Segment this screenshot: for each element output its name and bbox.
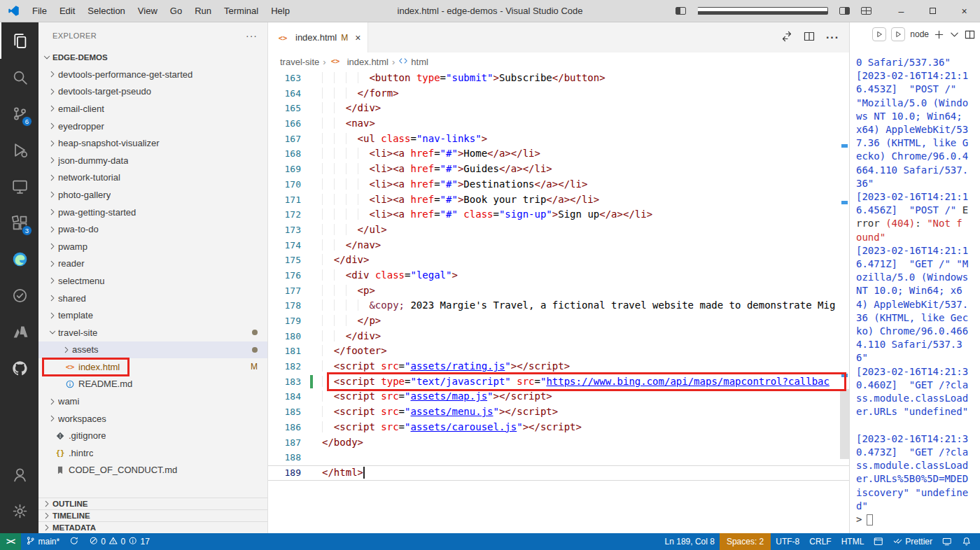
code-line-169[interactable]: 169 <li><a href="#">Guides</a></li>: [268, 162, 849, 177]
code-line-186[interactable]: 186 <script src="assets/carousel.js"></s…: [268, 420, 849, 435]
tree-item-shared[interactable]: shared: [38, 290, 267, 307]
line-number-171[interactable]: 171: [268, 192, 322, 208]
line-number-185[interactable]: 185: [268, 404, 322, 420]
tree-item-README.md[interactable]: README.md: [38, 376, 267, 393]
tab-index-html[interactable]: <> index.html M ×: [268, 22, 368, 52]
tree-item-wami[interactable]: wami: [38, 393, 267, 410]
tree-item-devtools-performance-get-started[interactable]: devtools-performance-get-started: [38, 66, 267, 83]
tab-close-icon[interactable]: ×: [355, 32, 360, 43]
tree-item-index.html[interactable]: <>index.htmlM: [38, 358, 267, 376]
line-number-187[interactable]: 187: [268, 435, 322, 451]
eol-status[interactable]: CRLF: [804, 533, 836, 550]
split-terminal-icon[interactable]: [965, 29, 975, 40]
branch-status[interactable]: main*: [21, 533, 64, 550]
menu-help[interactable]: Help: [265, 0, 296, 22]
outline-section[interactable]: OUTLINE: [38, 498, 267, 509]
line-number-168[interactable]: 168: [268, 146, 322, 162]
tree-item-json-dummy-data[interactable]: json-dummy-data: [38, 152, 267, 169]
indentation-status[interactable]: Spaces: 2: [720, 533, 771, 550]
line-number-180[interactable]: 180: [268, 329, 322, 344]
menu-run[interactable]: Run: [188, 0, 218, 22]
code-line-188[interactable]: 188: [268, 450, 849, 465]
menu-go[interactable]: Go: [164, 0, 188, 22]
launch-profile-icon[interactable]: [872, 27, 886, 41]
code-line-179[interactable]: 179 </p>: [268, 313, 849, 329]
code-line-171[interactable]: 171 <li><a href="#">Book your trip</a></…: [268, 192, 849, 208]
code-line-180[interactable]: 180 </div>: [268, 329, 849, 344]
line-number-176[interactable]: 176: [268, 268, 322, 283]
line-number-175[interactable]: 175: [268, 253, 322, 268]
code-line-185[interactable]: 185 <script src="assets/menu.js"></scrip…: [268, 404, 849, 420]
customize-layout-icon[interactable]: [861, 7, 872, 15]
line-number-167[interactable]: 167: [268, 132, 322, 147]
line-number-173[interactable]: 173: [268, 223, 322, 238]
line-number-177[interactable]: 177: [268, 283, 322, 299]
cursor-position-status[interactable]: Ln 189, Col 8: [660, 533, 720, 550]
split-editor-icon[interactable]: [804, 31, 815, 45]
azure-icon[interactable]: [0, 313, 38, 350]
code-line-178[interactable]: 178 &copy; 2023 Margie's Travel, a ficti…: [268, 298, 849, 313]
tree-item-eyedropper[interactable]: eyedropper: [38, 118, 267, 135]
breadcrumb-symbol[interactable]: html: [398, 56, 428, 68]
tree-item-template[interactable]: template: [38, 306, 267, 324]
source-control-icon[interactable]: 6: [0, 95, 38, 132]
line-number-169[interactable]: 169: [268, 162, 322, 177]
encoding-status[interactable]: UTF-8: [771, 533, 804, 550]
code-line-166[interactable]: 166 <nav>: [268, 116, 849, 132]
code-line-170[interactable]: 170 <li><a href="#">Destinations</a></li…: [268, 177, 849, 192]
line-number-183[interactable]: 183: [268, 374, 322, 390]
tree-item-.gitignore[interactable]: .gitignore: [38, 427, 267, 444]
tree-item-network-tutorial[interactable]: network-tutorial: [38, 169, 267, 187]
menu-selection[interactable]: Selection: [81, 0, 131, 22]
code-line-167[interactable]: 167 <ul class="nav-links">: [268, 132, 849, 147]
minimize-button[interactable]: –: [886, 0, 917, 22]
menu-edit[interactable]: Edit: [53, 0, 81, 22]
tree-item-pwamp[interactable]: pwamp: [38, 238, 267, 255]
code-line-173[interactable]: 173 </ul>: [268, 223, 849, 238]
screencast-icon[interactable]: [937, 533, 957, 550]
code-line-184[interactable]: 184 <script src="assets/map.js"></script…: [268, 389, 849, 404]
code-line-164[interactable]: 164 </form>: [268, 86, 849, 101]
maximize-button[interactable]: [917, 0, 948, 22]
terminal-tab-label[interactable]: node: [910, 29, 929, 39]
editor-more-actions-icon[interactable]: ···: [826, 31, 839, 44]
tree-item-pwa-getting-started[interactable]: pwa-getting-started: [38, 204, 267, 221]
explorer-icon[interactable]: [0, 22, 38, 59]
tree-item-email-client[interactable]: email-client: [38, 100, 267, 118]
line-number-189[interactable]: 189: [268, 465, 322, 481]
tree-item-workspaces[interactable]: workspaces: [38, 410, 267, 428]
line-number-178[interactable]: 178: [268, 298, 322, 313]
new-terminal-icon[interactable]: [934, 29, 944, 40]
terminal-output[interactable]: 0 Safari/537.36"[2023-02-16T14:21:16.453…: [850, 46, 980, 533]
language-mode-status[interactable]: HTML: [836, 533, 869, 550]
line-number-188[interactable]: 188: [268, 450, 322, 465]
tree-item-CODE_OF_CONDUCT.md[interactable]: CODE_OF_CONDUCT.md: [38, 462, 267, 479]
code-line-174[interactable]: 174 </nav>: [268, 238, 849, 253]
menu-terminal[interactable]: Terminal: [218, 0, 265, 22]
code-line-187[interactable]: 187</body>: [268, 435, 849, 451]
menu-file[interactable]: File: [26, 0, 53, 22]
code-line-181[interactable]: 181 </footer>: [268, 344, 849, 359]
code-line-168[interactable]: 168 <li><a href="#">Home</a></li>: [268, 146, 849, 162]
tree-item-.hintrc[interactable]: {}.hintrc: [38, 444, 267, 462]
line-number-184[interactable]: 184: [268, 389, 322, 404]
timeline-section[interactable]: TIMELINE: [38, 509, 267, 521]
tree-item-travel-site[interactable]: travel-site: [38, 324, 267, 341]
code-editor[interactable]: 163 <button type="submit">Subscribe</but…: [268, 71, 849, 533]
tree-item-heap-snapshot-visualizer[interactable]: heap-snapshot-visualizer: [38, 134, 267, 152]
tree-item-photo-gallery[interactable]: photo-gallery: [38, 186, 267, 204]
github-icon[interactable]: [0, 350, 38, 386]
code-line-163[interactable]: 163 <button type="submit">Subscribe</but…: [268, 71, 849, 86]
explorer-more-actions-icon[interactable]: ···: [246, 30, 258, 41]
run-and-debug-icon[interactable]: [0, 132, 38, 168]
sync-button[interactable]: [64, 533, 84, 550]
workspace-root-folder[interactable]: EDGE-DEMOS: [38, 49, 267, 66]
metadata-section[interactable]: METADATA: [38, 521, 267, 533]
formatter-status[interactable]: Prettier: [888, 533, 937, 550]
tree-item-reader[interactable]: reader: [38, 255, 267, 273]
remote-indicator[interactable]: ><: [0, 533, 21, 550]
testing-icon[interactable]: [0, 277, 38, 313]
line-number-164[interactable]: 164: [268, 86, 322, 101]
toggle-primary-sidebar-icon[interactable]: [676, 7, 686, 15]
toggle-panel-icon[interactable]: [697, 7, 828, 15]
